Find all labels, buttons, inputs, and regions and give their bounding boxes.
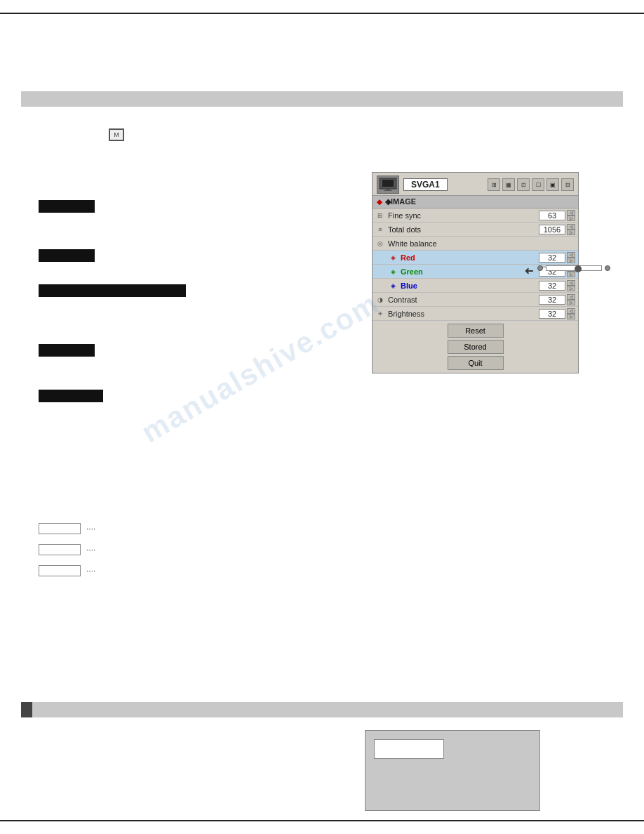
dots-2: ···· [86, 545, 95, 555]
fine-sync-value: 63 [539, 211, 565, 220]
total-dots-value: 1056 [539, 225, 565, 234]
slider-right-end [605, 265, 610, 271]
svga-label: SVGA1 [403, 178, 448, 191]
dots-3: ···· [86, 566, 95, 576]
fine-sync-icon: ⊞ [375, 211, 385, 220]
total-dots-icon: ≡ [375, 225, 385, 234]
panel-icon-3[interactable]: ⊡ [517, 178, 530, 191]
top-border [0, 13, 644, 14]
slider-area [537, 265, 610, 271]
section-label-5 [39, 390, 103, 402]
blue-icon: ◈ [388, 281, 398, 291]
panel-icon-4[interactable]: ☐ [532, 178, 544, 191]
small-box-2 [39, 544, 81, 555]
green-label: Green [401, 267, 539, 276]
contrast-label: Contrast [388, 296, 539, 304]
section-label-2 [39, 249, 95, 262]
total-dots-row: ≡ Total dots 1056 ◁ ▷ [373, 223, 578, 237]
total-dots-right[interactable]: ▷ [567, 230, 575, 235]
stored-button[interactable]: Stored [448, 340, 504, 354]
monitor-icon [377, 176, 399, 194]
fine-sync-label: Fine sync [388, 211, 539, 220]
slider-left-end [537, 265, 543, 271]
red-label: Red [401, 253, 539, 262]
panel-header: SVGA1 ⊞ ▦ ⊡ ☐ ▣ ⊟ [373, 173, 578, 196]
svg-rect-2 [386, 189, 390, 190]
fine-sync-left[interactable]: ◁ [567, 210, 575, 216]
slider-track[interactable] [546, 265, 602, 271]
panel-icon-6[interactable]: ⊟ [561, 178, 574, 191]
brightness-value: 32 [539, 309, 565, 319]
small-box-3 [39, 565, 81, 576]
watermark: manualshive.com [136, 286, 385, 450]
contrast-row: ◑ Contrast 32 ◁ ▷ [373, 293, 578, 307]
bottom-box [365, 730, 540, 811]
small-box-1 [39, 523, 81, 534]
blue-left[interactable]: ◁ [567, 280, 575, 286]
left-color-block [21, 702, 32, 717]
section-label-3 [39, 284, 186, 297]
dots-1: ···· [86, 524, 95, 534]
red-row: ◈ Red 32 ◁ ▷ [373, 251, 578, 265]
red-value: 32 [539, 253, 565, 263]
total-dots-left[interactable]: ◁ [567, 224, 575, 230]
panel-buttons: Reset Stored Quit [373, 321, 578, 373]
blue-label: Blue [401, 282, 539, 290]
fine-sync-right[interactable]: ▷ [567, 216, 575, 221]
panel-icons: ⊞ ▦ ⊡ ☐ ▣ ⊟ [488, 178, 574, 191]
section-label-1 [39, 200, 95, 213]
svg-rect-1 [382, 180, 394, 187]
brightness-left[interactable]: ◁ [567, 308, 575, 314]
total-dots-arrows[interactable]: ◁ ▷ [567, 224, 575, 235]
bottom-box-inner [374, 739, 444, 759]
menu-icon: M [109, 128, 124, 141]
panel-icon-1[interactable]: ⊞ [488, 178, 500, 191]
white-balance-label: White balance [388, 239, 575, 248]
brightness-icon: ☀ [375, 309, 385, 319]
bottom-border [0, 820, 644, 821]
contrast-right[interactable]: ▷ [567, 300, 575, 305]
quit-button[interactable]: Quit [448, 356, 504, 370]
red-right[interactable]: ▷ [567, 258, 575, 263]
header-bar [21, 91, 623, 107]
panel-title: ◆ ◆IMAGE [373, 196, 578, 208]
contrast-icon: ◑ [375, 295, 385, 305]
brightness-label: Brightness [388, 310, 539, 318]
small-box-row-3: ···· [39, 565, 95, 576]
bottom-bar [21, 702, 623, 717]
panel-icon-5[interactable]: ▣ [546, 178, 559, 191]
contrast-arrows[interactable]: ◁ ▷ [567, 294, 575, 305]
total-dots-label: Total dots [388, 225, 539, 234]
blue-right[interactable]: ▷ [567, 286, 575, 291]
small-box-row-2: ···· [39, 544, 95, 555]
brightness-right[interactable]: ▷ [567, 314, 575, 319]
green-right[interactable]: ▷ [567, 272, 575, 277]
brightness-row: ☀ Brightness 32 ◁ ▷ [373, 307, 578, 321]
fine-sync-arrows[interactable]: ◁ ▷ [567, 210, 575, 221]
blue-row: ◈ Blue 32 ◁ ▷ [373, 279, 578, 293]
svg-rect-3 [384, 190, 392, 191]
white-balance-row: ◎ White balance [373, 237, 578, 251]
red-left[interactable]: ◁ [567, 252, 575, 258]
red-icon: ◈ [388, 253, 398, 263]
white-balance-icon: ◎ [375, 239, 385, 249]
panel-icon-2[interactable]: ▦ [502, 178, 515, 191]
contrast-value: 32 [539, 295, 565, 305]
small-box-row-1: ···· [39, 523, 95, 534]
slider-thumb[interactable] [575, 265, 582, 272]
fine-sync-row: ⊞ Fine sync 63 ◁ ▷ [373, 208, 578, 223]
brightness-arrows[interactable]: ◁ ▷ [567, 308, 575, 319]
image-panel: SVGA1 ⊞ ▦ ⊡ ☐ ▣ ⊟ ◆ ◆IMAGE ⊞ Fine sync 6… [372, 172, 579, 373]
reset-button[interactable]: Reset [448, 324, 504, 338]
blue-value: 32 [539, 281, 565, 291]
red-arrows[interactable]: ◁ ▷ [567, 252, 575, 263]
green-icon: ◈ [388, 267, 398, 277]
blue-arrows[interactable]: ◁ ▷ [567, 280, 575, 291]
pointer-arrow: ➜ [525, 264, 534, 277]
contrast-left[interactable]: ◁ [567, 294, 575, 300]
section-label-4 [39, 344, 95, 357]
